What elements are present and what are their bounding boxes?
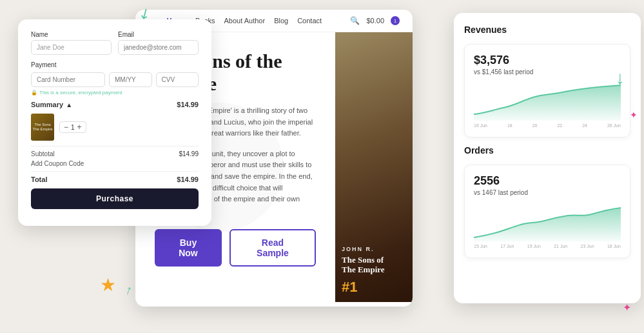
divider2 [31, 171, 199, 172]
revenue-card: $3,576 vs $1,456 last period 16 Jun 18 2… [464, 44, 630, 137]
revenue-x-labels: 16 Jun 18 20 22 24 26 Jun [474, 123, 621, 128]
book-cover-image: JOHN R. The Sons of The Empire #1 [335, 32, 413, 302]
email-group: Email [118, 31, 199, 55]
orders-value: 2556 [474, 174, 621, 188]
search-icon[interactable]: 🔍 [350, 16, 360, 25]
revenue-compare: vs $1,456 last period [474, 68, 621, 76]
cover-title: The Sons of The Empire [342, 255, 385, 275]
nav-blog[interactable]: Blog [274, 17, 288, 25]
orders-chart [474, 203, 621, 241]
orders-compare: vs 1467 last period [474, 189, 621, 196]
divider [31, 146, 199, 146]
orders-card: 2556 vs 1467 last period 15 Jun 17 Jun 1… [464, 165, 630, 258]
name-label: Name [31, 31, 112, 38]
email-label: Email [118, 31, 199, 38]
total-value: $14.99 [177, 176, 199, 183]
email-input[interactable] [118, 40, 199, 55]
deco-arrow-bottomleft: ↑ [123, 282, 134, 298]
nav-contact[interactable]: Contact [297, 17, 322, 25]
summary-price: $14.99 [177, 101, 199, 108]
buy-now-button[interactable]: Buy Now [155, 229, 222, 267]
nav-about[interactable]: About Author [224, 17, 266, 25]
quantity-control: − 1 + [59, 121, 86, 133]
secure-text: 🔒This is a secure, encrypted payment [31, 90, 199, 96]
orders-title: Orders [464, 145, 630, 156]
cover-rank: #1 [342, 279, 357, 296]
orders-x-labels: 15 Jun 17 Jun 19 Jun 21 Jun 23 Jun 18 Ju… [474, 244, 621, 248]
card-number-input[interactable] [31, 72, 105, 87]
subtotal-value: $14.99 [179, 150, 199, 157]
nav-icons: 🔍 $0.00 1 [350, 16, 400, 25]
revenue-value: $3,576 [474, 54, 621, 67]
cart-badge[interactable]: 1 [391, 16, 400, 25]
purchase-button[interactable]: Purchase [31, 188, 199, 209]
deco-star: ★ [100, 274, 116, 296]
name-group: Name [31, 31, 112, 55]
qty-decrease-btn[interactable]: − [64, 123, 68, 131]
qty-value: 1 [71, 124, 75, 131]
cvv-input[interactable] [156, 72, 199, 87]
summary-title: Summary ▲ [31, 101, 72, 108]
book-actions: Buy Now Read Sample [155, 229, 316, 267]
expiry-input[interactable] [109, 72, 152, 87]
book-thumbnail: The Sons The Empire [31, 114, 54, 141]
payment-label: Payment [31, 61, 199, 68]
read-sample-button[interactable]: Read Sample [229, 229, 316, 267]
analytics-title: Revenues [464, 25, 630, 35]
coupon-link[interactable]: Add Coupon Code [31, 160, 84, 167]
total-label: Total [31, 176, 47, 183]
name-input[interactable] [31, 40, 112, 55]
subtotal-label: Subtotal [31, 150, 55, 157]
cover-author: JOHN R. [342, 246, 375, 252]
nav-price: $0.00 [366, 17, 384, 25]
revenue-chart [474, 82, 621, 121]
checkout-panel: Name Email Payment 🔒This is a secure, en… [18, 19, 211, 226]
cart-item-row: The Sons The Empire − 1 + [31, 114, 199, 141]
book-cover-area: JOHN R. The Sons of The Empire #1 [335, 32, 413, 302]
qty-increase-btn[interactable]: + [77, 123, 82, 131]
analytics-panel: Revenues $3,576 vs $1,456 last period 16… [454, 13, 641, 303]
